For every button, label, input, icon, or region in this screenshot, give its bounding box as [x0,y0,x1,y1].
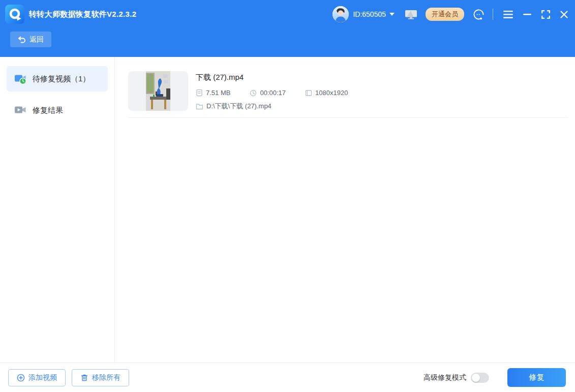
file-list-item[interactable]: 下载 (27).mp4 7.51 MB [128,71,568,118]
user-dropdown-caret-icon[interactable] [389,13,395,16]
advanced-mode-toggle[interactable] [471,373,489,383]
add-video-label: 添加视频 [28,373,57,382]
customer-service-icon[interactable] [472,8,485,21]
sidebar-item-label: 待修复视频（1） [33,74,90,84]
file-size: 7.51 MB [196,89,230,97]
screen-monitor-icon[interactable] [405,9,417,20]
undo-arrow-icon [18,36,26,43]
close-button[interactable] [560,11,568,18]
maximize-button[interactable] [541,10,550,19]
sidebar: 待修复视频（1） 修复结果 [0,57,115,363]
back-button[interactable]: 返回 [10,32,51,47]
file-info: 下载 (27).mp4 7.51 MB [196,71,348,111]
folder-icon [196,103,203,110]
file-meta-row: 7.51 MB 00:00:17 [196,89,348,97]
user-avatar[interactable] [332,6,349,22]
add-video-button[interactable]: 添加视频 [8,369,66,386]
file-duration-value: 00:00:17 [260,89,286,97]
video-camera-clock-icon [14,73,26,85]
file-path-row: D:\下载\下载 (27).mp4 [196,102,348,111]
titlebar-sub-row: 返回 [0,28,575,57]
minimize-button[interactable] [523,14,531,15]
file-size-value: 7.51 MB [206,89,230,97]
toggle-knob [472,374,480,382]
file-path: D:\下载\下载 (27).mp4 [196,102,271,111]
footer-toolbar: 添加视频 移除所有 高级修复模式 修复 [0,363,575,392]
menu-hamburger-icon[interactable] [503,11,513,18]
trash-icon [80,374,88,382]
sidebar-item-pending-videos[interactable]: 待修复视频（1） [7,66,108,92]
file-duration: 00:00:17 [250,89,286,97]
remove-all-label: 移除所有 [92,373,120,382]
app-window: 转转大师数据恢复软件V2.2.3.2 ID:650505 [0,0,575,392]
body: 待修复视频（1） 修复结果 [0,57,575,363]
video-camera-play-icon [14,104,26,116]
app-title: 转转大师数据恢复软件V2.2.3.2 [29,10,136,19]
file-path-value: D:\下载\下载 (27).mp4 [206,102,271,111]
sidebar-item-repair-results[interactable]: 修复结果 [7,98,108,123]
app-logo-icon [5,5,24,24]
file-list: 下载 (27).mp4 7.51 MB [115,57,575,363]
user-id: ID:650505 [353,10,386,18]
frame-icon [305,89,312,97]
titlebar-top-row: 转转大师数据恢复软件V2.2.3.2 ID:650505 [0,0,575,28]
clock-icon [250,89,257,97]
video-thumbnail [128,71,188,111]
document-icon [196,89,203,97]
back-button-label: 返回 [29,35,44,44]
titlebar-divider [493,9,493,20]
titlebar: 转转大师数据恢复软件V2.2.3.2 ID:650505 [0,0,575,57]
remove-all-button[interactable]: 移除所有 [72,369,129,386]
file-name: 下载 (27).mp4 [196,73,348,82]
file-resolution-value: 1080x1920 [315,89,348,97]
vip-upgrade-button[interactable]: 开通会员 [426,8,464,21]
plus-circle-icon [17,374,25,382]
file-resolution: 1080x1920 [305,89,348,97]
sidebar-item-label: 修复结果 [33,106,63,115]
repair-button[interactable]: 修复 [507,368,566,387]
advanced-mode-label: 高级修复模式 [423,373,466,382]
